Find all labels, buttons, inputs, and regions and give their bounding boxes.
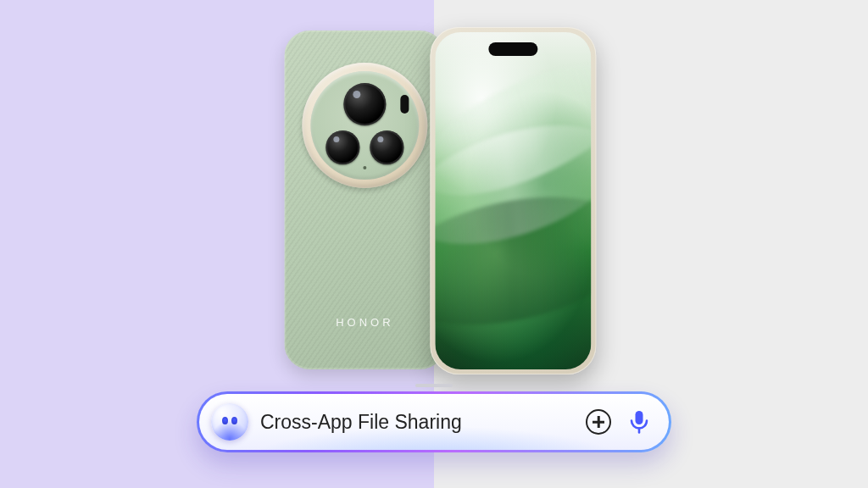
promo-canvas: HONOR Cross-App File Sharing — [0, 0, 868, 488]
add-button[interactable] — [584, 408, 613, 436]
drag-handle[interactable] — [415, 384, 453, 387]
assistant-pill-inner: Cross-App File Sharing — [199, 394, 669, 450]
assistant-pill[interactable]: Cross-App File Sharing — [197, 391, 671, 452]
camera-mic-dot — [363, 166, 366, 169]
svg-rect-0 — [636, 411, 643, 424]
brand-logo: HONOR — [336, 316, 393, 329]
camera-module — [302, 63, 427, 188]
phone-screen — [435, 32, 591, 369]
phone-back-view: HONOR — [284, 30, 445, 369]
camera-lens-tele — [370, 130, 403, 164]
display-notch — [488, 42, 537, 56]
plus-icon — [586, 409, 611, 435]
camera-sensor — [400, 95, 409, 114]
assistant-text: Cross-App File Sharing — [260, 411, 572, 434]
microphone-icon — [628, 409, 650, 435]
phone-front-view — [430, 27, 596, 374]
assistant-avatar-icon[interactable] — [211, 403, 248, 441]
mic-button[interactable] — [625, 408, 654, 436]
camera-lens-wide — [326, 130, 359, 164]
phone-pair: HONOR — [284, 30, 596, 374]
camera-lens-main — [343, 83, 386, 125]
camera-inner-ring — [310, 71, 419, 180]
